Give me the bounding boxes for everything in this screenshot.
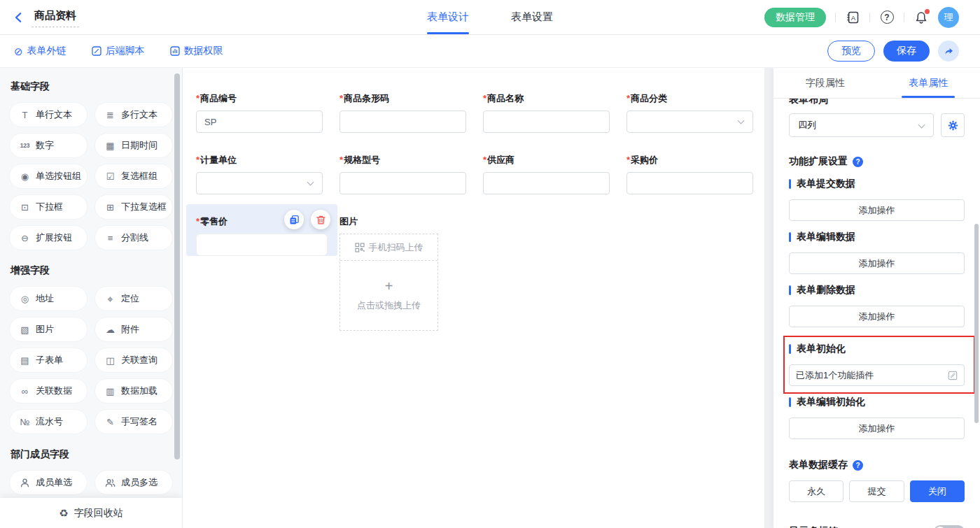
- field-input[interactable]: SP: [196, 110, 323, 133]
- subform-icon: ▤: [19, 356, 31, 365]
- field-input[interactable]: [340, 172, 466, 194]
- copy-field-button[interactable]: [284, 210, 304, 229]
- toolbar-links: ⊘ 表单外链 后端脚本 数据权限: [14, 45, 223, 57]
- sidebar-item-serial-number[interactable]: №流水号: [9, 409, 88, 434]
- help-icon[interactable]: [853, 157, 863, 167]
- user-avatar[interactable]: 理: [938, 7, 959, 28]
- sidebar-item-number[interactable]: 123数字: [9, 133, 88, 158]
- sidebar-item-dropdown[interactable]: ⊡下拉框: [9, 194, 88, 220]
- script-icon: [92, 46, 102, 56]
- sidebar-item-extend-button[interactable]: ⊖扩展按钮: [9, 225, 88, 250]
- field-label: 商品分类: [626, 92, 753, 104]
- field-input[interactable]: [483, 110, 610, 133]
- panel-scrollbar[interactable]: [974, 224, 979, 423]
- external-link-button[interactable]: ⊘ 表单外链: [14, 45, 66, 57]
- share-button[interactable]: [938, 41, 959, 62]
- sidebar-item-datetime[interactable]: ▦日期时间: [94, 133, 173, 158]
- sidebar-item-linked-data[interactable]: ∞关联数据: [9, 378, 88, 404]
- radio-group-icon: ◉: [19, 172, 31, 181]
- field-unit[interactable]: 计量单位: [196, 154, 323, 194]
- cache-option-permanent[interactable]: 永久: [789, 480, 844, 502]
- layout-settings-button[interactable]: [941, 113, 965, 137]
- backend-script-button[interactable]: 后端脚本: [92, 45, 145, 57]
- sidebar-item-signature[interactable]: ✎手写签名: [94, 409, 173, 434]
- divider-icon: ≡: [104, 234, 116, 243]
- field-barcode[interactable]: 商品条形码: [340, 92, 466, 133]
- sidebar-item-data-load[interactable]: ▥数据加载: [94, 378, 173, 404]
- preview-button[interactable]: 预览: [827, 41, 875, 62]
- field-select[interactable]: [196, 172, 323, 194]
- field-purchase-price[interactable]: 采购价: [626, 154, 753, 194]
- sidebar-item-address[interactable]: ◎地址: [9, 286, 88, 311]
- plugin-summary-box[interactable]: 已添加1个功能插件: [789, 364, 965, 386]
- sidebar-item-multi-dropdown[interactable]: ⊞下拉复选框: [94, 194, 173, 220]
- sidebar-item-subform[interactable]: ▤子表单: [9, 348, 88, 373]
- contact-book-icon[interactable]: A: [845, 10, 860, 25]
- help-icon[interactable]: [879, 10, 895, 25]
- sub-toolbar: ⊘ 表单外链 后端脚本 数据权限 预览 保存: [0, 35, 980, 68]
- field-product-category[interactable]: 商品分类: [626, 92, 753, 133]
- field-product-name[interactable]: 商品名称: [483, 92, 610, 133]
- field-image-upload[interactable]: 图片 手机扫码上传 点击或拖拽上传: [340, 215, 466, 331]
- cache-option-submit[interactable]: 提交: [849, 480, 904, 502]
- section-marker: [789, 285, 791, 295]
- save-button[interactable]: 保存: [883, 41, 930, 62]
- layout-select[interactable]: 四列: [789, 113, 934, 137]
- sidebar-item-radio-group[interactable]: ◉单选按钮组: [9, 164, 88, 189]
- field-input[interactable]: [483, 172, 610, 194]
- multi-tab-toggle[interactable]: 关: [934, 525, 965, 528]
- property-panel: 字段属性 表单属性 表单布局 四列 功能扩展设置: [774, 68, 980, 528]
- form-title[interactable]: 商品资料: [31, 8, 79, 27]
- property-tabs: 字段属性 表单属性: [774, 68, 980, 99]
- location-icon: ⌖: [104, 294, 116, 304]
- sidebar-item-linked-query[interactable]: ◫关联查询: [94, 348, 173, 373]
- field-spec-model[interactable]: 规格型号: [340, 154, 466, 194]
- field-select[interactable]: [626, 110, 753, 133]
- cache-option-off[interactable]: 关闭: [910, 480, 965, 502]
- sidebar-item-checkbox-group[interactable]: ☑复选框组: [94, 164, 173, 189]
- field-label: 图片: [340, 215, 466, 227]
- sidebar-item-multi-line-text[interactable]: ≣多行文本: [94, 102, 173, 127]
- field-retail-price-selected[interactable]: 零售价: [186, 204, 337, 256]
- tab-form-design[interactable]: 表单设计: [427, 0, 469, 34]
- sidebar-scrollbar[interactable]: [174, 73, 180, 459]
- scan-upload-button[interactable]: 手机扫码上传: [340, 234, 438, 261]
- sidebar-scroll: 基础字段 T单行文本 ≣多行文本 123数字 ▦日期时间 ◉单选按钮组 ☑复选框…: [0, 80, 182, 526]
- field-label: 供应商: [483, 154, 610, 166]
- recycle-icon: ♻: [59, 508, 68, 518]
- data-manage-button[interactable]: 数据管理: [764, 8, 826, 27]
- sidebar-item-member-single[interactable]: 成员单选: [9, 470, 88, 495]
- click-drag-upload-button[interactable]: 点击或拖拽上传: [340, 261, 438, 330]
- add-action-button[interactable]: 添加操作: [789, 199, 965, 221]
- field-label: 商品编号: [196, 92, 323, 104]
- tab-form-properties[interactable]: 表单属性: [877, 68, 980, 98]
- field-product-code[interactable]: 商品编号 SP: [196, 92, 323, 133]
- sidebar-item-location[interactable]: ⌖定位: [94, 286, 173, 311]
- add-action-button[interactable]: 添加操作: [789, 306, 965, 327]
- add-action-button[interactable]: 添加操作: [789, 418, 965, 439]
- tab-field-properties[interactable]: 字段属性: [774, 68, 877, 98]
- back-button[interactable]: [13, 11, 25, 24]
- delete-field-button[interactable]: [311, 210, 330, 229]
- tab-form-settings[interactable]: 表单设置: [511, 0, 553, 34]
- sidebar-item-member-multi[interactable]: 成员多选: [94, 470, 173, 495]
- field-input[interactable]: [626, 172, 753, 194]
- section-heading-basic: 基础字段: [10, 80, 173, 93]
- linked-query-icon: ◫: [104, 356, 116, 365]
- sidebar-item-attachment[interactable]: ☁附件: [94, 317, 173, 342]
- data-permission-button[interactable]: 数据权限: [170, 45, 223, 57]
- sidebar-item-image[interactable]: ▧图片: [9, 317, 88, 342]
- add-action-button[interactable]: 添加操作: [789, 252, 965, 274]
- chevron-down-icon: [918, 122, 925, 129]
- field-recycle-bin-button[interactable]: ♻ 字段回收站: [0, 498, 182, 528]
- help-icon[interactable]: [853, 460, 863, 471]
- divider: [835, 13, 836, 22]
- section-heading-member: 部门成员字段: [10, 448, 173, 461]
- sidebar-item-divider[interactable]: ≡分割线: [94, 225, 173, 250]
- field-input[interactable]: [196, 234, 328, 256]
- sidebar-item-single-line-text[interactable]: T单行文本: [9, 102, 88, 127]
- trash-icon: [316, 215, 326, 225]
- field-input[interactable]: [340, 110, 466, 133]
- field-supplier[interactable]: 供应商: [483, 154, 610, 194]
- notification-bell-icon[interactable]: [913, 10, 929, 25]
